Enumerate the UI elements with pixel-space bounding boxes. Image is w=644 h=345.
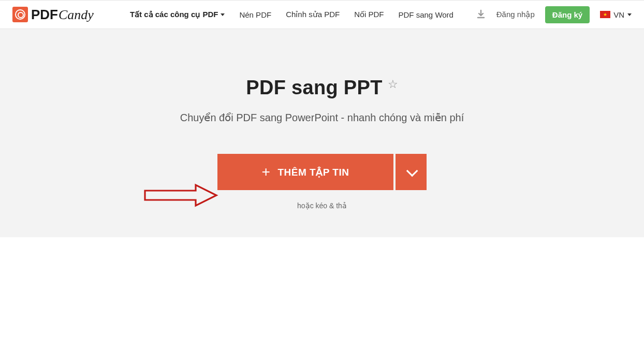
caret-down-icon	[221, 13, 225, 16]
main-nav: Tất cả các công cụ PDF Nén PDF Chỉnh sửa…	[130, 10, 453, 19]
nav-merge[interactable]: Nối PDF	[354, 10, 384, 19]
nav-edit[interactable]: Chỉnh sửa PDF	[286, 10, 340, 19]
topbar: PDFCandy Tất cả các công cụ PDF Nén PDF …	[0, 0, 644, 29]
title-wrap: PDF sang PPT ☆	[246, 77, 398, 99]
nav-all-tools-label: Tất cả các công cụ PDF	[130, 10, 218, 19]
upload-button-row: + THÊM TẬP TIN	[0, 154, 644, 190]
caret-down-icon	[627, 13, 632, 16]
login-link[interactable]: Đăng nhập	[496, 10, 535, 19]
logo-mark-icon	[12, 7, 28, 22]
logo[interactable]: PDFCandy	[12, 7, 94, 23]
hero-section: PDF sang PPT ☆ Chuyển đổi PDF sang Power…	[0, 29, 644, 237]
favorite-star-icon[interactable]: ☆	[388, 78, 398, 91]
logo-text: PDFCandy	[31, 7, 94, 23]
page-title: PDF sang PPT	[246, 77, 382, 99]
arrow-annotation-icon	[144, 183, 222, 209]
nav-to-word[interactable]: PDF sang Word	[399, 10, 453, 19]
lang-code: VN	[613, 10, 624, 19]
page-subtitle: Chuyển đổi PDF sang PowerPoint - nhanh c…	[0, 111, 644, 124]
drag-drop-hint: hoặc kéo & thả	[0, 202, 644, 210]
add-file-button[interactable]: + THÊM TẬP TIN	[217, 154, 393, 190]
plus-icon: +	[262, 165, 271, 179]
chevron-down-icon	[406, 165, 418, 177]
flag-vn-icon	[600, 11, 610, 18]
more-sources-button[interactable]	[396, 154, 427, 190]
nav-all-tools[interactable]: Tất cả các công cụ PDF	[130, 10, 225, 19]
signup-button[interactable]: Đăng ký	[545, 6, 590, 23]
language-selector[interactable]: VN	[600, 10, 632, 19]
add-file-label: THÊM TẬP TIN	[277, 166, 349, 178]
nav-compress[interactable]: Nén PDF	[239, 10, 271, 19]
download-icon[interactable]	[476, 9, 486, 20]
topbar-right: Đăng nhập Đăng ký VN	[476, 6, 632, 23]
